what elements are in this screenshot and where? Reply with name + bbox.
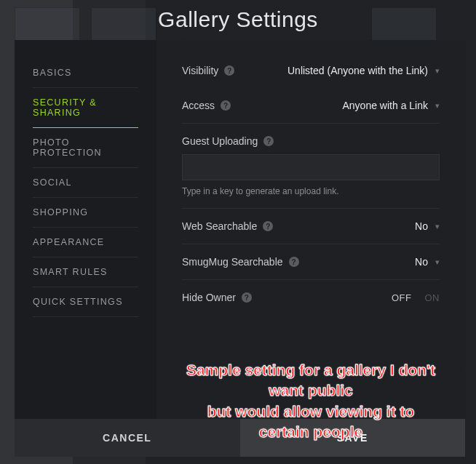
sidebar-item-label: APPEARANCE bbox=[33, 237, 104, 247]
sidebar-item-appearance[interactable]: APPEARANCE bbox=[33, 228, 138, 257]
help-icon[interactable]: ? bbox=[263, 136, 274, 146]
sidebar-item-shopping[interactable]: SHOPPING bbox=[33, 198, 138, 228]
row-guest-uploading: Guest Uploading ? Type in a key to gener… bbox=[182, 129, 440, 209]
hide-owner-label: Hide Owner bbox=[182, 292, 236, 303]
toggle-off: OFF bbox=[392, 292, 412, 303]
smugmug-searchable-value: No bbox=[415, 256, 428, 268]
help-icon[interactable]: ? bbox=[221, 100, 231, 111]
row-visibility: Visibility ? Unlisted (Anyone with the L… bbox=[182, 62, 440, 88]
web-searchable-dropdown[interactable]: No ▾ bbox=[415, 220, 440, 232]
settings-sidebar: BASICS SECURITY & SHARING PHOTO PROTECTI… bbox=[15, 40, 156, 419]
annotation-line: Sample setting for a gallery I don't wan… bbox=[186, 360, 436, 401]
web-searchable-value: No bbox=[415, 220, 428, 232]
sidebar-item-label: SOCIAL bbox=[33, 177, 72, 188]
access-dropdown[interactable]: Anyone with a Link ▾ bbox=[342, 100, 440, 111]
toggle-on: ON bbox=[425, 292, 440, 303]
row-smugmug-searchable: SmugMug Searchable ? No ▾ bbox=[182, 244, 440, 280]
visibility-value: Unlisted (Anyone with the Link) bbox=[287, 65, 428, 76]
row-web-searchable: Web Searchable ? No ▾ bbox=[182, 209, 440, 244]
sidebar-item-smart-rules[interactable]: SMART RULES bbox=[33, 257, 138, 287]
help-icon[interactable]: ? bbox=[289, 257, 299, 267]
sidebar-item-photo-protection[interactable]: PHOTO PROTECTION bbox=[33, 128, 138, 168]
sidebar-item-label: QUICK SETTINGS bbox=[33, 297, 123, 307]
web-searchable-label: Web Searchable bbox=[182, 220, 257, 232]
sidebar-item-label: SHOPPING bbox=[33, 207, 88, 217]
sidebar-item-basics[interactable]: BASICS bbox=[33, 58, 138, 88]
guest-uploading-input[interactable] bbox=[182, 154, 440, 180]
sidebar-item-quick-settings[interactable]: QUICK SETTINGS bbox=[33, 287, 138, 317]
visibility-label: Visibility bbox=[182, 65, 218, 76]
dialog-title: Gallery Settings bbox=[0, 7, 476, 32]
access-value: Anyone with a Link bbox=[342, 100, 428, 111]
sidebar-item-label: PHOTO PROTECTION bbox=[33, 137, 102, 158]
sidebar-item-label: SECURITY & SHARING bbox=[33, 97, 97, 118]
chevron-down-icon: ▾ bbox=[435, 66, 440, 76]
smugmug-searchable-dropdown[interactable]: No ▾ bbox=[415, 256, 440, 268]
smugmug-searchable-label: SmugMug Searchable bbox=[182, 256, 283, 268]
annotation-line: but would allow viewing it to certain pe… bbox=[186, 401, 436, 443]
hide-owner-toggle[interactable]: OFF ON bbox=[392, 292, 440, 303]
settings-panel: Visibility ? Unlisted (Anyone with the L… bbox=[156, 40, 465, 419]
row-hide-owner: Hide Owner ? OFF ON bbox=[182, 280, 440, 315]
sidebar-item-label: SMART RULES bbox=[33, 267, 108, 277]
chevron-down-icon: ▾ bbox=[435, 222, 440, 231]
dialog-body: BASICS SECURITY & SHARING PHOTO PROTECTI… bbox=[15, 40, 465, 419]
row-access: Access ? Anyone with a Link ▾ bbox=[182, 88, 440, 124]
sidebar-item-social[interactable]: SOCIAL bbox=[33, 168, 138, 198]
help-icon[interactable]: ? bbox=[242, 292, 252, 303]
annotation-text: Sample setting for a gallery I don't wan… bbox=[156, 360, 465, 442]
settings-dialog: BASICS SECURITY & SHARING PHOTO PROTECTI… bbox=[15, 40, 465, 457]
guest-uploading-hint: Type in a key to generate an upload link… bbox=[182, 186, 440, 196]
help-icon[interactable]: ? bbox=[224, 65, 234, 76]
visibility-dropdown[interactable]: Unlisted (Anyone with the Link) ▾ bbox=[287, 65, 440, 76]
chevron-down-icon: ▾ bbox=[435, 257, 440, 267]
access-label: Access bbox=[182, 100, 215, 111]
sidebar-item-security-sharing[interactable]: SECURITY & SHARING bbox=[33, 88, 138, 128]
guest-uploading-label: Guest Uploading bbox=[182, 135, 258, 147]
chevron-down-icon: ▾ bbox=[435, 101, 440, 111]
cancel-label: CANCEL bbox=[103, 432, 151, 444]
help-icon[interactable]: ? bbox=[263, 221, 273, 231]
sidebar-item-label: BASICS bbox=[33, 68, 72, 78]
